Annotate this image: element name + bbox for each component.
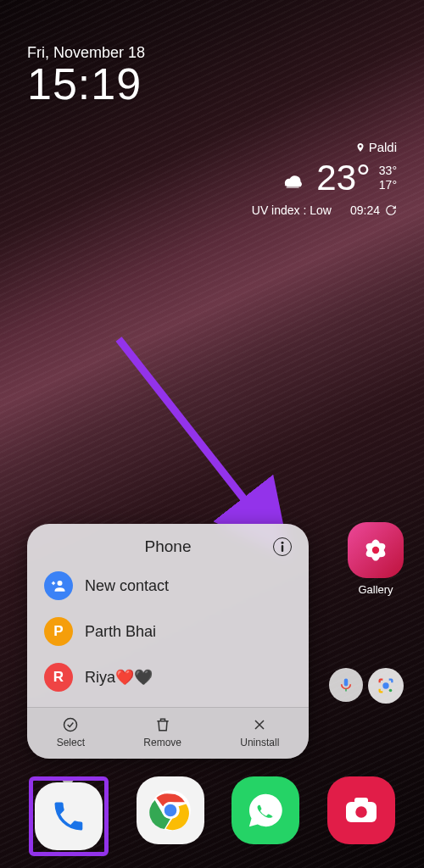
contact-avatar: R — [44, 663, 73, 692]
shortcut-new-contact[interactable]: New contact — [39, 563, 297, 609]
dock — [0, 776, 424, 856]
temp-high-low: 33° 17° — [379, 164, 397, 192]
svg-rect-14 — [345, 689, 347, 692]
uninstall-button[interactable]: Uninstall — [240, 716, 279, 748]
svg-point-8 — [64, 719, 77, 732]
pin-icon — [355, 142, 365, 153]
svg-point-5 — [58, 581, 63, 586]
shortcut-label: New contact — [85, 577, 169, 595]
gallery-flower-icon — [358, 532, 393, 568]
camera-icon — [344, 797, 378, 824]
phone-icon — [50, 798, 87, 835]
svg-point-15 — [382, 682, 388, 688]
shortcut-label: Riya❤️🖤 — [85, 668, 153, 687]
info-icon — [278, 541, 287, 553]
svg-point-12 — [372, 547, 379, 554]
remove-button[interactable]: Remove — [143, 716, 181, 748]
chrome-icon — [148, 788, 192, 832]
mic-icon — [338, 676, 354, 694]
refresh-icon[interactable] — [385, 204, 397, 216]
highlight-box — [29, 776, 109, 856]
trash-icon — [154, 716, 171, 733]
shortcut-label: Parth Bhai — [85, 623, 156, 641]
close-icon — [251, 716, 268, 733]
svg-rect-13 — [344, 679, 349, 687]
dock-chrome-app[interactable] — [137, 776, 204, 844]
cloud-icon — [279, 167, 308, 189]
time-text: 15:19 — [27, 58, 145, 109]
svg-rect-7 — [53, 581, 54, 586]
app-gallery[interactable]: Gallery — [348, 522, 404, 596]
app-label: Gallery — [348, 583, 404, 596]
select-button[interactable]: Select — [57, 716, 85, 748]
lens-icon — [377, 676, 395, 695]
svg-point-3 — [282, 542, 284, 544]
app-context-menu: Phone New contact P Parth Bhai R Riya❤️🖤… — [27, 524, 309, 759]
svg-rect-4 — [282, 545, 283, 552]
uv-index: UV index : Low — [252, 203, 332, 217]
popup-title: Phone — [63, 537, 273, 556]
google-voice-search[interactable] — [329, 668, 363, 702]
dock-whatsapp-app[interactable] — [232, 776, 299, 844]
whatsapp-icon — [246, 791, 285, 830]
svg-point-16 — [389, 689, 393, 693]
contact-avatar: P — [44, 617, 73, 646]
weather-widget[interactable]: Paldi 23° 33° 17° UV index : Low 09:24 — [252, 140, 397, 217]
temperature: 23° — [316, 158, 371, 198]
svg-rect-0 — [285, 185, 301, 186]
dock-camera-app[interactable] — [327, 776, 395, 844]
select-icon — [62, 716, 79, 733]
dock-phone-app[interactable] — [35, 782, 103, 850]
app-info-button[interactable] — [273, 537, 292, 556]
weather-updated-time: 09:24 — [350, 203, 380, 217]
google-lens[interactable] — [368, 668, 404, 704]
shortcut-contact-riya[interactable]: R Riya❤️🖤 — [39, 654, 297, 700]
svg-rect-1 — [287, 186, 299, 188]
svg-line-2 — [119, 339, 271, 534]
weather-location: Paldi — [252, 140, 397, 154]
clock-widget[interactable]: Fri, November 18 15:19 — [27, 44, 145, 109]
shortcut-contact-parth[interactable]: P Parth Bhai — [39, 609, 297, 654]
svg-rect-23 — [354, 798, 368, 804]
add-contact-icon — [44, 571, 73, 600]
